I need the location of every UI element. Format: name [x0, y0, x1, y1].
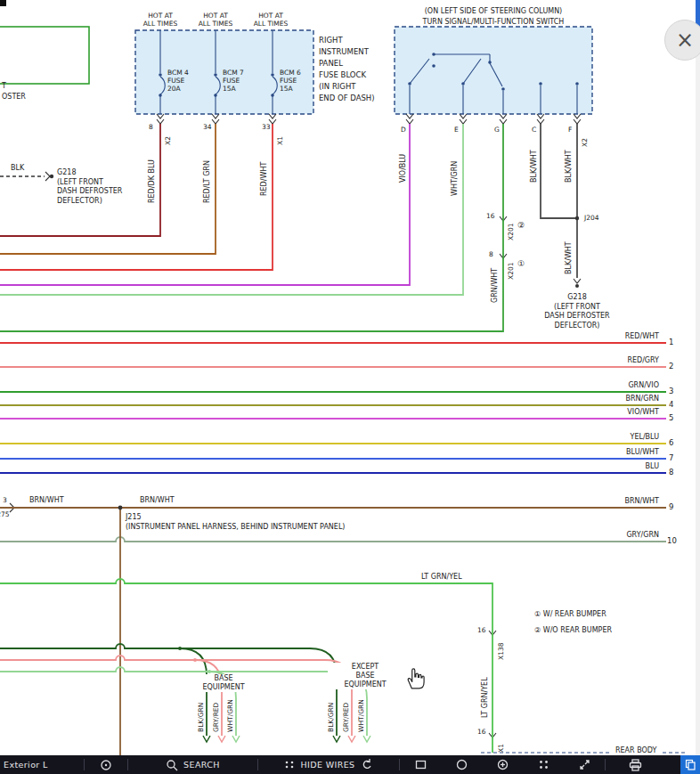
zoom-area-button[interactable] [482, 755, 523, 774]
row-num: 3 [669, 387, 673, 395]
wire-label-blk-grn: BLK/GRN [197, 703, 205, 732]
wire-label-red-wht: RED/WHT [260, 162, 268, 196]
wire-label-grn-wht: GRN/WHT [491, 268, 499, 303]
splice-j215-dot [118, 506, 123, 510]
conn-x138: X138 [497, 643, 505, 660]
panel-toggle-button[interactable] [680, 755, 700, 774]
hot-line2: ALL TIMES [189, 20, 242, 28]
search-button[interactable]: SEARCH [128, 755, 257, 774]
conn-x1: X1 [276, 136, 284, 145]
row-label: BLU/WHT [559, 448, 659, 457]
rect-tool-button[interactable] [400, 755, 441, 774]
row-num: 5 [669, 413, 673, 422]
conn-x1: X1 [497, 744, 505, 753]
conn-x2-switch: X2 [581, 138, 589, 147]
ground-line: DEFLECTOR) [525, 322, 629, 331]
hide-wires-button[interactable]: HIDE WIRES [258, 755, 399, 774]
row-label: BRN/GRN [559, 395, 659, 403]
row-label: RED/WHT [559, 332, 659, 341]
diagram-tab-label[interactable]: Exterior L [0, 755, 84, 774]
pin-g: G [494, 126, 500, 134]
ground-line: (LEFT FRONT [525, 303, 629, 313]
ground-g218-right-label: G218 (LEFT FRONT DASH DEFROSTER DEFLECTO… [525, 293, 629, 330]
close-icon: × [676, 28, 694, 53]
printer-icon [629, 759, 642, 771]
ground-line: DASH DEFROSTER [57, 187, 122, 197]
wire-label-wht-grn: WHT/GRN [357, 699, 365, 732]
row-label: GRY/GRN [559, 531, 659, 540]
caption-line: FUSE BLOCK [319, 69, 375, 81]
ground-g218-left-label: G218 (LEFT FRONT DASH DEFROSTER DEFLECTO… [57, 168, 122, 206]
pages-icon [685, 759, 696, 770]
note-w-rear-bumper: ① W/ REAR BUMPER [534, 610, 606, 619]
fuse-name: BCM 7 [223, 69, 244, 77]
wire-blk-grn-main [0, 644, 337, 736]
wire-gry-red-main [0, 656, 352, 736]
search-label: SEARCH [183, 760, 220, 770]
row-label: YEL/BLU [559, 433, 659, 442]
switch-location-note: (ON LEFT SIDE OF STEERING COLUMN) [395, 6, 592, 17]
ground-g218-left-dot [50, 175, 53, 178]
search-icon [166, 759, 178, 771]
circle-plus-icon [497, 759, 509, 770]
caption-line: BASE [188, 674, 259, 683]
ground-line: DEFLECTOR) [57, 197, 122, 207]
branch-dot [193, 658, 197, 662]
close-button[interactable]: × [664, 20, 700, 61]
caption-line: END OF DASH) [319, 93, 375, 104]
hot-at-label: HOT AT ALL TIMES [244, 12, 297, 28]
caption-line: (IN RIGHT [319, 81, 375, 93]
hide-wires-label: HIDE WIRES [300, 760, 354, 770]
caption-line: EQUIPMENT [188, 683, 259, 692]
switch-caption: (ON LEFT SIDE OF STEERING COLUMN) TURN S… [395, 6, 592, 27]
pin-33: 33 [262, 123, 271, 131]
row-label: BLU [559, 462, 659, 471]
grid-button[interactable] [523, 755, 564, 774]
wires-dots-icon [284, 760, 295, 770]
caption-line: BASE [330, 672, 401, 680]
circle-icon [456, 759, 468, 770]
circle-tool-button[interactable] [441, 755, 482, 774]
caption-line: RIGHT [319, 35, 375, 46]
ground-line: (LEFT FRONT [57, 178, 122, 188]
hot-at-label: HOT AT ALL TIMES [189, 12, 242, 28]
expand-button[interactable] [564, 755, 605, 774]
wiring-diagram-viewer: HOT AT ALL TIMES HOT AT ALL TIMES HOT AT… [0, 0, 700, 774]
wire-wht-grn-main [0, 667, 367, 736]
diagram-canvas[interactable]: HOT AT ALL TIMES HOT AT ALL TIMES HOT AT… [0, 0, 700, 774]
locate-button[interactable] [85, 755, 127, 774]
hot-line2: ALL TIMES [134, 20, 187, 28]
wire-label-vio-blu: VIO/BLU [399, 154, 407, 183]
row-num: 7 [669, 453, 673, 462]
x201-pin-8: 8 [489, 250, 493, 258]
wire-label-blk-grn: BLK/GRN [327, 703, 335, 732]
wire-label-brn-wht: BRN/WHT [29, 496, 64, 505]
wire-grn-wht [0, 124, 503, 331]
wire-label-gry-red: GRY/RED [212, 703, 220, 732]
print-button[interactable] [606, 755, 664, 774]
pin-34: 34 [203, 123, 212, 131]
scrollbar-track[interactable] [696, 0, 700, 774]
ground-g218-right-dot [575, 284, 579, 288]
expand-arrows-icon [579, 759, 590, 770]
x201-pin-16: 16 [486, 212, 495, 220]
bottom-toolbar: Exterior L SEARCH HIDE WIRES [0, 755, 700, 774]
note-circle-2: ② [517, 221, 525, 230]
caption-line: INSTRUMENT [319, 46, 375, 58]
wire-label-brn-wht: BRN/WHT [140, 496, 175, 505]
fuse-kind: FUSE [280, 77, 301, 85]
wire-label-blk-wht: BLK/WHT [565, 150, 573, 183]
x275-pin: 3 [3, 496, 7, 504]
conn-x201: X201 [507, 224, 515, 240]
row-label: RED/GRY [559, 356, 659, 365]
target-icon [100, 759, 112, 771]
hot-line2: ALL TIMES [244, 20, 297, 28]
wire-label-blk-wht: BLK/WHT [565, 241, 573, 274]
clipped-text: T [2, 82, 6, 91]
tab-label-text: Exterior L [4, 760, 48, 770]
fuse-label-bcm4: BCM 4 FUSE 20A [167, 69, 189, 93]
fuse-name: BCM 6 [280, 69, 301, 77]
fuse-kind: FUSE [167, 77, 189, 85]
row-label: VIO/WHT [559, 408, 659, 417]
splice-j204-label: J204 [584, 214, 599, 222]
